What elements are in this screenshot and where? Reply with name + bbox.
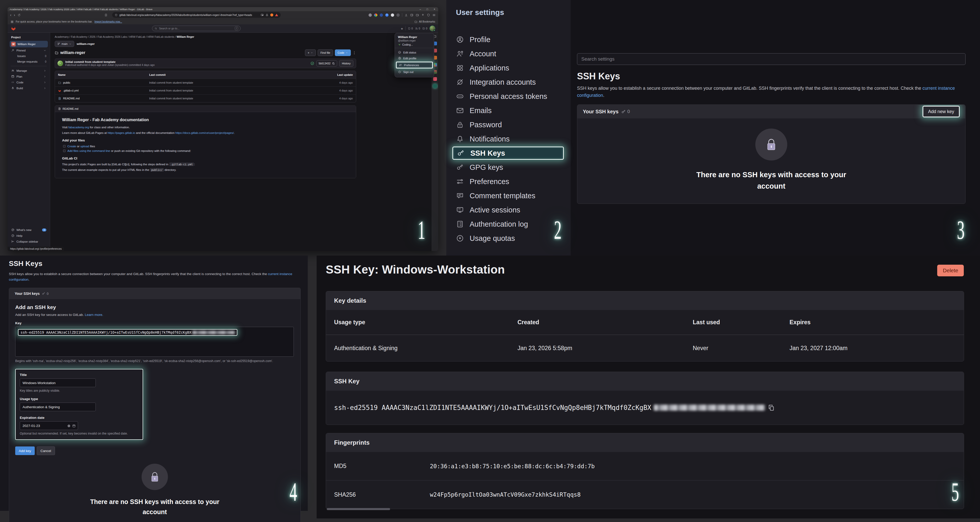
settings-item-profile[interactable]: Profile xyxy=(452,32,564,47)
pipeline-passed-icon[interactable] xyxy=(310,61,314,65)
sidebar-item-merge-requests[interactable]: Merge requests 0 xyxy=(10,59,48,64)
settings-item-authentication-log[interactable]: Authentication log xyxy=(452,217,564,231)
apps-grid-icon[interactable] xyxy=(11,20,14,23)
sidebar-item-issues[interactable]: Issues 0 xyxy=(10,53,48,59)
create-link[interactable]: Create xyxy=(67,145,76,148)
bookmark-icon[interactable] xyxy=(104,13,108,17)
settings-item-personal-access-tokens[interactable]: Personal access tokens xyxy=(452,89,564,104)
todos-counter[interactable]: 0 xyxy=(408,27,413,30)
create-new-button[interactable]: + xyxy=(401,26,403,31)
shield-icon[interactable] xyxy=(427,13,430,17)
picture-in-picture-icon[interactable] xyxy=(261,13,264,16)
copy-icon[interactable] xyxy=(332,62,335,65)
settings-item-ssh-keys[interactable]: SSH Keys xyxy=(452,147,564,160)
sidebar-item-plan[interactable]: Plan xyxy=(10,73,48,79)
settings-item-comment-templates[interactable]: Comment templates xyxy=(452,188,564,203)
settings-item-usage-quotas[interactable]: Usage quotas xyxy=(452,231,564,246)
expiration-date-input[interactable]: 2027-01-23 xyxy=(20,421,78,430)
settings-item-active-sessions[interactable]: Active sessions xyxy=(452,203,564,217)
add-key-button[interactable]: Add key xyxy=(15,447,35,455)
checkbox[interactable] xyxy=(63,145,65,148)
extension-icon[interactable] xyxy=(369,13,372,17)
pages-link[interactable]: https://pages.gitlab.io xyxy=(108,131,135,134)
menu-item-edit-profile[interactable]: Edit profile xyxy=(395,55,434,61)
menu-item-preferences[interactable]: Preferences xyxy=(396,62,433,69)
maximize-icon[interactable]: □ xyxy=(426,8,428,11)
commit-sha[interactable]: 5b513432 xyxy=(317,60,337,66)
merge-requests-counter[interactable]: 0 xyxy=(415,27,420,30)
find-file-button[interactable]: Find file xyxy=(318,49,333,56)
site-info-icon[interactable] xyxy=(115,14,118,16)
user-avatar[interactable] xyxy=(430,26,435,31)
import-bookmarks-link[interactable]: Import bookmarks now... xyxy=(94,20,122,23)
title-input[interactable]: Windows-Workstation xyxy=(20,378,96,387)
sidebar-item-help[interactable]: Help xyxy=(10,233,48,239)
sidebar-item-code[interactable]: Code xyxy=(10,79,48,85)
delete-button[interactable]: Delete xyxy=(937,265,964,276)
repo-path[interactable]: william-reger xyxy=(77,42,95,45)
settings-item-password[interactable]: Password xyxy=(452,118,564,132)
menu-icon[interactable] xyxy=(433,13,436,17)
key-textarea[interactable]: ssh-ed25519 AAAAC3NzaC1lZDI1NTE5AAAAIKWY… xyxy=(15,327,294,357)
readme-tab[interactable]: README.md xyxy=(55,106,356,112)
google-extension-icon[interactable] xyxy=(374,13,377,17)
address-bar[interactable]: gitlab.fabcloud.org/academany/fabacademy… xyxy=(112,12,281,18)
sidebar-item-pinned[interactable]: Pinned xyxy=(10,48,48,53)
window-titlebar[interactable]: Academany / Fab Academy / 2026 / Fab Aca… xyxy=(8,7,438,11)
settings-item-integration-accounts[interactable]: Integration accounts xyxy=(452,75,564,89)
wallet-icon[interactable] xyxy=(416,13,419,17)
settings-item-preferences[interactable]: Preferences xyxy=(452,174,564,188)
branch-selector[interactable]: main xyxy=(55,41,74,47)
brave-shield-icon[interactable] xyxy=(270,13,273,16)
settings-item-account[interactable]: Account xyxy=(452,47,564,61)
back-icon[interactable]: ‹ xyxy=(10,13,11,17)
scrollbar-thumb[interactable] xyxy=(327,508,390,510)
collapse-sidebar-button[interactable]: Collapse sidebar xyxy=(10,239,48,244)
calendar-icon[interactable] xyxy=(72,424,76,428)
command-line-link[interactable]: Add files using the command line xyxy=(67,149,110,152)
gitlab-search[interactable]: Search or go to... / xyxy=(152,26,241,31)
tab-extension-icon[interactable] xyxy=(396,13,400,17)
menu-item-edit-status[interactable]: Edit status xyxy=(395,49,434,55)
settings-search-input[interactable]: Search settings xyxy=(577,53,966,65)
copy-icon[interactable] xyxy=(768,404,775,411)
download-icon[interactable] xyxy=(404,13,408,17)
commit-title[interactable]: Initial commit from student template xyxy=(65,60,155,63)
usage-type-select[interactable]: Authentication & Signing xyxy=(20,402,96,411)
history-button[interactable]: History xyxy=(339,60,353,67)
minimize-icon[interactable]: – xyxy=(420,8,421,11)
settings-item-gpg-keys[interactable]: GPG keys xyxy=(452,160,564,174)
gitlab-tanuki-icon[interactable] xyxy=(11,26,16,31)
sidebar-item-manage[interactable]: Manage xyxy=(10,68,48,73)
add-file-button[interactable]: + xyxy=(305,49,316,56)
share-icon[interactable] xyxy=(266,13,269,16)
vpn-extension-icon[interactable] xyxy=(385,13,388,17)
sidebar-item-build[interactable]: Build xyxy=(10,85,48,91)
settings-item-applications[interactable]: Applications xyxy=(452,61,564,75)
close-icon[interactable]: × xyxy=(434,8,435,11)
file-row[interactable]: public Initial commit from student templ… xyxy=(55,78,356,86)
upload-link[interactable]: upload xyxy=(80,145,89,148)
settings-item-emails[interactable]: Emails xyxy=(452,104,564,118)
forward-icon[interactable]: › xyxy=(14,13,15,17)
breadcrumb[interactable]: Academany / Fab Academy / 2026 / Fab Aca… xyxy=(55,35,356,38)
sidebar-item-whats-new[interactable]: What's new 3 xyxy=(10,227,48,233)
reload-icon[interactable] xyxy=(18,13,21,17)
file-row[interactable]: .gitlab-ci.yml Initial commit from stude… xyxy=(55,86,356,94)
add-new-key-button[interactable]: Add new key xyxy=(923,107,959,117)
kebab-menu-icon[interactable]: ⋮ xyxy=(353,51,356,55)
warning-icon[interactable] xyxy=(275,14,278,16)
sidebar-toggle-icon[interactable] xyxy=(410,13,414,17)
extension-badge-icon[interactable] xyxy=(380,13,383,17)
menu-item-sign-out[interactable]: Sign out xyxy=(395,69,434,75)
rewards-icon[interactable] xyxy=(421,13,425,17)
clear-date-icon[interactable] xyxy=(67,424,71,428)
cancel-button[interactable]: Cancel xyxy=(37,447,55,455)
code-dropdown-button[interactable]: Code xyxy=(335,49,351,56)
file-row[interactable]: README.md Initial commit from student te… xyxy=(55,94,356,102)
fabacademy-link[interactable]: fabacademy.org xyxy=(68,126,89,129)
checkbox[interactable] xyxy=(63,150,65,152)
tasks-counter[interactable]: 0 xyxy=(422,27,427,30)
docs-link[interactable]: https://docs.gitlab.com/ce/user/project/… xyxy=(175,131,234,134)
sidebar-item-project[interactable]: W William Reger xyxy=(10,41,48,48)
